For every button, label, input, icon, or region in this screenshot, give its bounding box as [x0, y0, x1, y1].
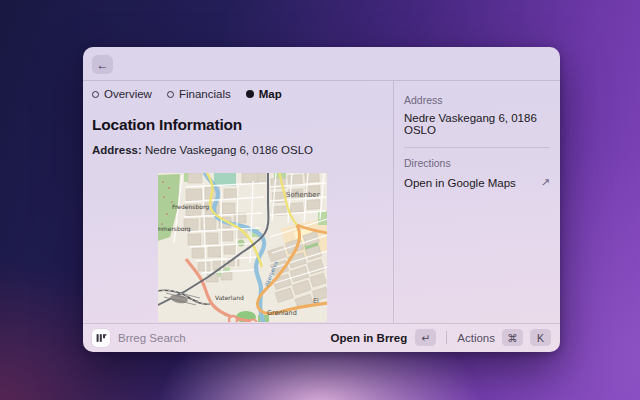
panel-divider — [404, 147, 550, 148]
radio-unselected-icon — [167, 91, 174, 98]
footer-bar: Brreg Search Open in Brreg ↵ Actions ⌘ K — [83, 323, 560, 351]
map-label-east-partial: Ei — [313, 297, 319, 305]
actions-label: Actions — [457, 332, 495, 344]
open-google-maps-action[interactable]: Open in Google Maps ↗ — [404, 176, 550, 189]
map-label-vaterland: Vaterland — [215, 294, 244, 301]
brreg-logo-icon — [92, 329, 110, 347]
external-link-icon: ↗ — [541, 176, 550, 189]
radio-selected-icon — [246, 90, 254, 98]
address-label: Address: — [92, 144, 142, 156]
map-label-sofienberg: Sofienber — [286, 191, 320, 199]
map-label-hammersborg: mmersborg — [158, 225, 191, 233]
tab-overview[interactable]: Overview — [92, 88, 152, 100]
actions-button[interactable]: Actions ⌘ K — [457, 329, 551, 346]
radio-unselected-icon — [92, 91, 99, 98]
map-label-gronland: Grønland — [267, 309, 297, 317]
tab-map[interactable]: Map — [246, 88, 282, 100]
back-button[interactable]: ← — [92, 55, 113, 74]
open-google-maps-label: Open in Google Maps — [404, 177, 516, 189]
footer-divider — [446, 331, 447, 344]
tab-overview-label: Overview — [104, 88, 152, 100]
panel-directions-label: Directions — [404, 157, 550, 169]
open-in-brreg-button[interactable]: Open in Brreg — [331, 332, 408, 344]
back-arrow-icon: ← — [97, 58, 109, 72]
panel-address-value: Nedre Vaskegang 6, 0186 OSLO — [404, 112, 550, 136]
tab-financials-label: Financials — [179, 88, 231, 100]
window-body: Overview Financials Map Location Informa… — [83, 81, 560, 323]
window-header: ← — [83, 47, 560, 81]
tab-bar: Overview Financials Map — [92, 88, 393, 100]
page-title: Location Information — [92, 116, 393, 134]
app-window: ← Overview Financials Map Location Infor… — [83, 47, 560, 352]
command-key-icon: ⌘ — [502, 329, 523, 346]
tab-financials[interactable]: Financials — [167, 88, 231, 100]
address-value: Nedre Vaskegang 6, 0186 OSLO — [145, 144, 313, 156]
tab-map-label: Map — [259, 88, 282, 100]
address-line: Address: Nedre Vaskegang 6, 0186 OSLO — [92, 144, 393, 156]
k-key-icon: K — [530, 329, 551, 346]
search-input[interactable]: Brreg Search — [118, 332, 323, 344]
main-content: Overview Financials Map Location Informa… — [83, 81, 393, 323]
return-key-icon[interactable]: ↵ — [415, 329, 436, 346]
panel-address-label: Address — [404, 94, 550, 106]
map-image: Fredensborg mmersborg Sofienber Vaterlan… — [158, 173, 327, 322]
detail-panel: Address Nedre Vaskegang 6, 0186 OSLO Dir… — [393, 81, 560, 323]
map-label-fredensborg: Fredensborg — [172, 203, 209, 211]
